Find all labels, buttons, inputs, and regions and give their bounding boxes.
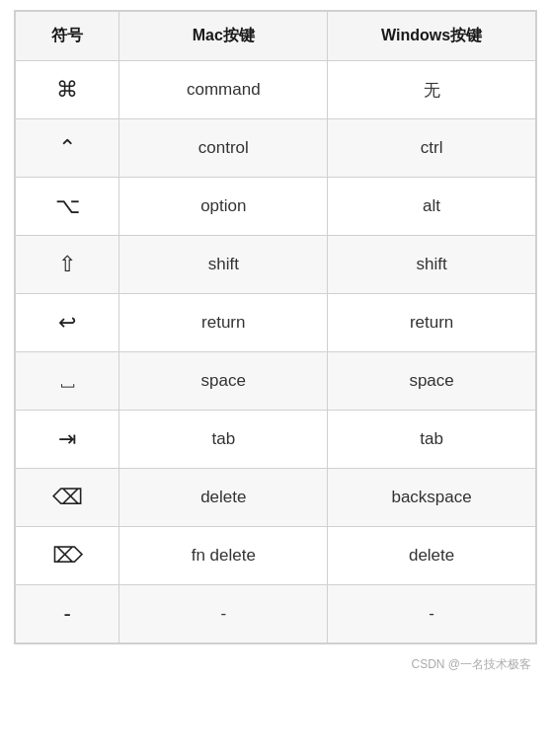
- header-symbol: 符号: [16, 12, 119, 61]
- cell-symbol: ⌦: [16, 527, 119, 585]
- table-row: ⎵spacespace: [16, 352, 536, 411]
- header-windows: Windows按键: [328, 12, 536, 61]
- cell-windows: tab: [328, 411, 536, 469]
- watermark: CSDN @一名技术极客: [411, 656, 551, 673]
- cell-mac: control: [119, 119, 328, 178]
- keyboard-table: 符号 Mac按键 Windows按键 ⌘command无⌃controlctrl…: [14, 10, 537, 644]
- cell-windows: 无: [328, 61, 536, 119]
- cell-symbol: ⇧: [16, 236, 119, 294]
- table-row: ⇧shiftshift: [16, 236, 536, 294]
- cell-symbol: ⌥: [16, 178, 119, 236]
- cell-windows: alt: [328, 178, 536, 236]
- cell-symbol: ⌃: [16, 119, 119, 178]
- cell-symbol: ⎵: [16, 352, 119, 411]
- cell-mac: command: [119, 61, 328, 119]
- cell-mac: tab: [119, 411, 328, 469]
- table-header-row: 符号 Mac按键 Windows按键: [16, 12, 536, 61]
- table-row: ⇥tabtab: [16, 411, 536, 469]
- cell-symbol: -: [16, 585, 119, 643]
- cell-mac: delete: [119, 469, 328, 527]
- cell-windows: ctrl: [328, 119, 536, 178]
- table-row: ↩returnreturn: [16, 294, 536, 352]
- cell-windows: backspace: [328, 469, 536, 527]
- cell-windows: -: [328, 585, 536, 643]
- cell-mac: return: [119, 294, 328, 352]
- cell-mac: fn delete: [119, 527, 328, 585]
- cell-mac: -: [119, 585, 328, 643]
- cell-windows: shift: [328, 236, 536, 294]
- cell-symbol: ↩: [16, 294, 119, 352]
- cell-symbol: ⌘: [16, 61, 119, 119]
- header-mac: Mac按键: [119, 12, 328, 61]
- table-row: ---: [16, 585, 536, 643]
- cell-windows: space: [328, 352, 536, 411]
- cell-windows: delete: [328, 527, 536, 585]
- cell-mac: shift: [119, 236, 328, 294]
- table-row: ⌫deletebackspace: [16, 469, 536, 527]
- cell-mac: option: [119, 178, 328, 236]
- table-row: ⌥optionalt: [16, 178, 536, 236]
- cell-windows: return: [328, 294, 536, 352]
- table-row: ⌦fn deletedelete: [16, 527, 536, 585]
- cell-mac: space: [119, 352, 328, 411]
- table-row: ⌘command无: [16, 61, 536, 119]
- table-row: ⌃controlctrl: [16, 119, 536, 178]
- cell-symbol: ⌫: [16, 469, 119, 527]
- cell-symbol: ⇥: [16, 411, 119, 469]
